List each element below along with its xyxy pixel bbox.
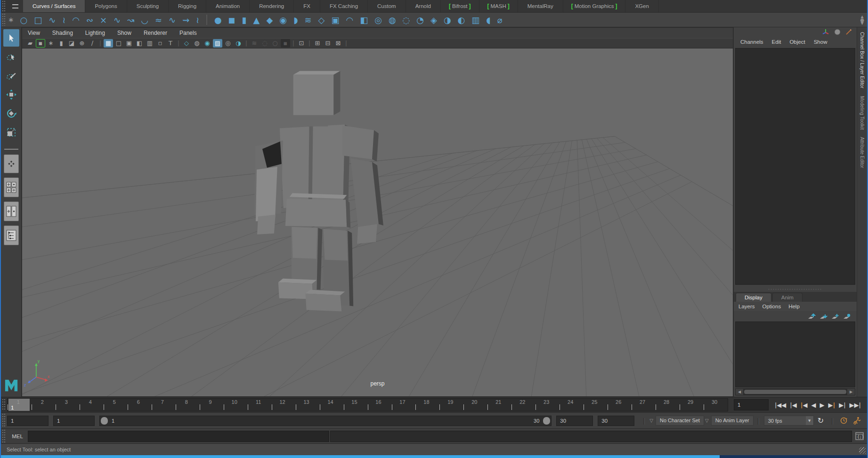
tab-fx[interactable]: FX (294, 0, 320, 12)
anim-layer-dropdown-icon[interactable]: ▽ (705, 418, 709, 423)
scroll-down-icon[interactable]: ▼ (861, 22, 864, 25)
timeline-frame[interactable]: 13 (296, 399, 320, 411)
channel-menu-object[interactable]: Object (789, 39, 805, 45)
grease-pencil-icon[interactable]: ∕ (88, 39, 97, 48)
create-layer-from-selected-icon[interactable] (843, 313, 851, 320)
layer-tab-anim[interactable]: Anim (772, 293, 803, 302)
toolbar-separator[interactable]: | (291, 39, 296, 48)
step-forward-key-button[interactable]: ▶| (827, 402, 836, 409)
timeline-frame[interactable]: 14 (320, 399, 344, 411)
tab-mash[interactable]: [MASH] (479, 0, 518, 12)
timeline-frame[interactable]: 10 (224, 399, 248, 411)
gate-mask-icon[interactable]: ◧ (135, 39, 144, 48)
timeline-frame[interactable]: 6 (128, 399, 152, 411)
tab-motion-graphics[interactable]: [Motion Graphics] (563, 0, 626, 12)
side-tab-attribute-editor[interactable]: Attribute Editor (860, 137, 865, 168)
boolean-difference-icon[interactable]: ◑ (444, 13, 451, 27)
viewport-3d[interactable]: y x z persp (22, 48, 733, 396)
timeline-frame[interactable]: 4 (80, 399, 104, 411)
open-close-surfaces-icon[interactable]: ⌀ (497, 13, 503, 27)
use-default-material-icon[interactable]: ▨ (213, 39, 222, 48)
insert-knot-icon[interactable]: ∿ (169, 13, 176, 27)
go-to-start-button[interactable]: |◀◀ (773, 402, 787, 409)
timeline-frame[interactable]: 1 (8, 399, 32, 411)
textured-icon[interactable]: ◉ (203, 39, 212, 48)
current-time-field[interactable]: 1 (734, 399, 769, 410)
timeline-frame[interactable]: 19 (439, 399, 463, 411)
play-forwards-button[interactable]: ▶ (818, 402, 826, 409)
drag-handle[interactable] (1, 1, 6, 11)
panel-menu-lighting[interactable]: Lighting (85, 30, 105, 36)
panel-menu-show[interactable]: Show (117, 30, 131, 36)
speed-sphere-icon[interactable] (834, 29, 841, 35)
timeline-frame[interactable]: 9 (200, 399, 224, 411)
go-to-end-button[interactable]: ▶▶| (848, 402, 862, 409)
tab-fx-caching[interactable]: FX Caching (320, 0, 368, 12)
wireframe-icon[interactable]: ◇ (182, 39, 191, 48)
timeline-frame[interactable]: 22 (511, 399, 535, 411)
tab-bifrost[interactable]: [Bifrost] (441, 0, 479, 12)
tab-rendering[interactable]: Rendering (250, 0, 294, 12)
shelf-options-icon[interactable]: ∗ (8, 16, 14, 24)
image-plane-icon[interactable]: ◪ (67, 39, 76, 48)
two-d-pan-zoom-icon[interactable]: ⊕ (77, 39, 87, 48)
step-back-frame-button[interactable]: |◀ (788, 402, 798, 409)
layer-horizontal-scrollbar[interactable]: ◀ ▶ (735, 388, 855, 395)
layout-two-pane-button[interactable] (4, 201, 19, 221)
timeline-frame[interactable]: 28 (656, 399, 680, 411)
tab-arnold[interactable]: Arnold (406, 0, 441, 12)
timeline-frame[interactable]: 27 (632, 399, 656, 411)
timeline-frame[interactable]: 21 (487, 399, 511, 411)
timeline-frame[interactable]: 18 (415, 399, 439, 411)
nurbs-square-icon[interactable]: □ (34, 13, 42, 27)
layer-list[interactable] (735, 321, 855, 387)
command-line-input[interactable] (28, 431, 329, 442)
time-slider-track[interactable]: 1 12345678910111213141516171819202122232… (7, 398, 728, 411)
cut-curve-icon[interactable]: × (100, 13, 107, 27)
character-set-selector[interactable]: No Character Set (656, 416, 704, 426)
anim-layer-selector[interactable]: No Anim Layer (711, 416, 754, 426)
toolbar-separator[interactable]: | (344, 39, 349, 48)
nurbs-cube-icon[interactable]: ◼ (228, 13, 235, 27)
timeline-frame[interactable]: 30 (704, 399, 728, 411)
resolution-gate-icon[interactable]: ▣ (124, 39, 134, 48)
resize-grip[interactable] (859, 447, 866, 454)
camera-attributes-icon[interactable]: ∗ (46, 39, 56, 48)
fps-selector[interactable]: 30 fps ▼ (764, 416, 814, 426)
manipulator-axis-icon[interactable] (822, 29, 829, 35)
command-line-mode-button[interactable]: MEL (7, 434, 28, 439)
lighting-icon[interactable]: ◎ (223, 39, 233, 48)
untrim-icon[interactable]: ◔ (416, 13, 424, 27)
panel-menu-panels[interactable]: Panels (179, 30, 197, 36)
shelf-scroll-widget[interactable]: ▲ ● ▼ (860, 15, 864, 25)
select-tool[interactable] (3, 29, 19, 47)
channel-menu-edit[interactable]: Edit (772, 39, 781, 45)
depth-of-field-icon[interactable]: ▪ (281, 39, 290, 48)
boolean-union-icon[interactable]: ◈ (430, 13, 437, 27)
nurbs-plane-icon[interactable]: ◆ (266, 13, 273, 27)
cv-curve-tool-icon[interactable]: ∿ (49, 13, 56, 27)
three-point-arc-icon[interactable]: ◠ (72, 13, 80, 27)
script-editor-icon[interactable]: {;} (854, 431, 865, 442)
timeline-frame[interactable]: 12 (272, 399, 296, 411)
birail-icon[interactable]: ◠ (346, 13, 353, 27)
timeline-frame[interactable]: 7 (152, 399, 176, 411)
nurbs-torus-icon[interactable]: ◉ (279, 13, 287, 27)
panel-splitter-handle[interactable]: ······················· (734, 286, 857, 292)
layer-tab-display[interactable]: Display (736, 293, 771, 302)
panel-menu-renderer[interactable]: Renderer (144, 30, 167, 36)
smooth-shade-icon[interactable]: ◍ (192, 39, 202, 48)
bookmarks-icon[interactable]: ▮ (57, 39, 66, 48)
step-back-key-button[interactable]: |◀ (799, 402, 809, 409)
layer-menu-layers[interactable]: Layers (738, 304, 755, 309)
rotate-tool[interactable] (3, 104, 19, 122)
timeline-frame[interactable]: 29 (680, 399, 704, 411)
grid-icon[interactable]: ▦ (104, 39, 113, 48)
lasso-select-tool[interactable] (3, 48, 19, 65)
timeline-frame[interactable]: 16 (368, 399, 392, 411)
tab-curves-surfaces[interactable]: Curves / Surfaces (23, 0, 85, 12)
nurbs-sphere-icon[interactable]: ● (214, 13, 222, 27)
snapshot-icon[interactable]: ⊠ (333, 39, 343, 48)
nurbs-cylinder-icon[interactable]: ▮ (242, 13, 247, 27)
toolbar-separator[interactable]: | (307, 39, 312, 48)
